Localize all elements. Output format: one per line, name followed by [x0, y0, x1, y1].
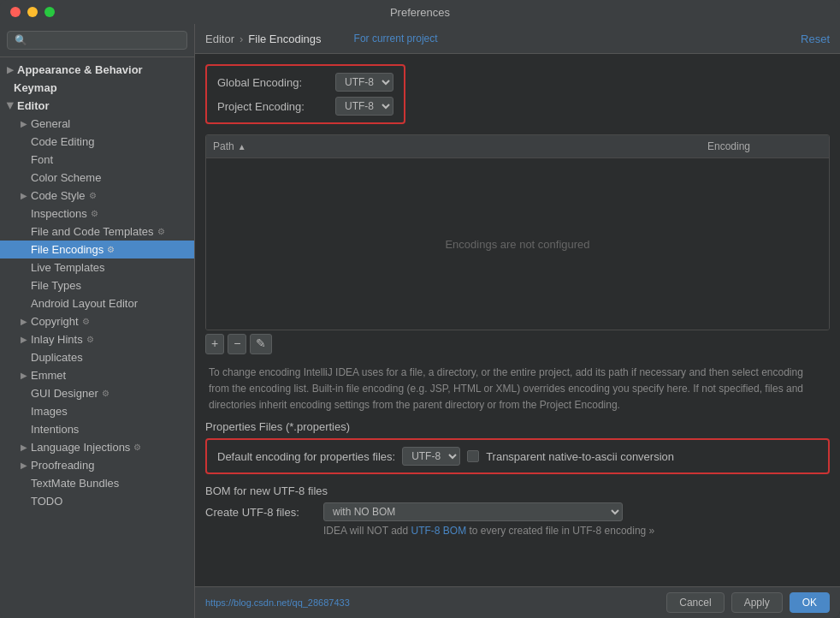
info-text: To change encoding IntelliJ IDEA uses fo… — [205, 365, 830, 414]
sidebar-item-inlay-hints[interactable]: ▶ Inlay Hints ⚙ — [0, 330, 194, 348]
settings-icon: ⚙ — [89, 191, 97, 200]
encodings-table: Path ▲ Encoding Encodings are not config… — [205, 134, 830, 330]
sidebar: ▶ Appearance & Behavior Keymap ▶ Editor … — [0, 24, 195, 618]
encoding-box: Global Encoding: UTF-8 Project Encoding:… — [205, 64, 405, 124]
sidebar-item-file-code-templates[interactable]: File and Code Templates ⚙ — [0, 223, 194, 241]
sidebar-item-copyright[interactable]: ▶ Copyright ⚙ — [0, 312, 194, 330]
sidebar-item-todo[interactable]: TODO — [0, 492, 194, 510]
sidebar-item-color-scheme[interactable]: Color Scheme — [0, 169, 194, 187]
sidebar-tree: ▶ Appearance & Behavior Keymap ▶ Editor … — [0, 57, 194, 618]
arrow-icon: ▶ — [21, 443, 27, 452]
encoding-column-header[interactable]: Encoding — [701, 139, 829, 154]
footer-url: https://blog.csdn.net/qq_28687433 — [205, 597, 350, 608]
minimize-button[interactable] — [27, 7, 38, 17]
tab-bar: For current project — [346, 31, 447, 46]
settings-icon: ⚙ — [82, 317, 90, 326]
sidebar-item-android-layout[interactable]: Android Layout Editor — [0, 294, 194, 312]
properties-title: Properties Files (*.properties) — [205, 420, 830, 433]
global-encoding-select[interactable]: UTF-8 — [335, 73, 393, 92]
arrow-icon: ▶ — [6, 103, 15, 110]
bom-row: Create UTF-8 files: with NO BOM — [205, 502, 830, 521]
project-encoding-select[interactable]: UTF-8 — [335, 97, 393, 116]
sidebar-item-file-types[interactable]: File Types — [0, 276, 194, 294]
arrow-icon: ▶ — [21, 317, 27, 326]
sidebar-item-intentions[interactable]: Intentions — [0, 420, 194, 438]
sidebar-item-gui-designer[interactable]: GUI Designer ⚙ — [0, 384, 194, 402]
sidebar-item-live-templates[interactable]: Live Templates — [0, 258, 194, 276]
sidebar-item-proofreading[interactable]: ▶ Proofreading — [0, 456, 194, 474]
arrow-icon: ▶ — [21, 371, 27, 380]
title-bar: Preferences — [0, 0, 840, 24]
sidebar-item-language-injections[interactable]: ▶ Language Injections ⚙ — [0, 438, 194, 456]
project-encoding-row: Project Encoding: UTF-8 — [217, 97, 393, 116]
apply-button[interactable]: Apply — [731, 592, 783, 613]
bom-select[interactable]: with NO BOM — [323, 502, 623, 521]
close-button[interactable] — [10, 7, 21, 17]
global-encoding-label: Global Encoding: — [217, 76, 328, 89]
settings-icon: ⚙ — [107, 245, 115, 254]
properties-encoding-select[interactable]: UTF-8 — [402, 447, 460, 466]
default-encoding-label: Default encoding for properties files: — [217, 450, 395, 463]
arrow-icon: ▶ — [7, 65, 14, 74]
main-content: ▶ Appearance & Behavior Keymap ▶ Editor … — [0, 24, 840, 618]
panel-footer: https://blog.csdn.net/qq_28687433 Cancel… — [195, 586, 840, 618]
create-utf8-label: Create UTF-8 files: — [205, 506, 316, 519]
bom-section: BOM for new UTF-8 files Create UTF-8 fil… — [205, 484, 830, 537]
sidebar-item-editor[interactable]: ▶ Editor — [0, 97, 194, 115]
ok-button[interactable]: OK — [790, 592, 830, 613]
edit-button[interactable]: ✎ — [250, 334, 272, 354]
properties-box: Default encoding for properties files: U… — [205, 438, 830, 474]
search-input[interactable] — [7, 31, 187, 50]
global-encoding-row: Global Encoding: UTF-8 — [217, 73, 393, 92]
native-to-ascii-checkbox[interactable] — [467, 450, 479, 462]
sidebar-item-images[interactable]: Images — [0, 402, 194, 420]
arrow-icon: ▶ — [21, 119, 27, 128]
bom-title: BOM for new UTF-8 files — [205, 484, 830, 497]
arrow-icon: ▶ — [21, 461, 27, 470]
arrow-icon: ▶ — [21, 335, 27, 344]
sidebar-item-code-editing[interactable]: Code Editing — [0, 133, 194, 151]
sidebar-item-emmet[interactable]: ▶ Emmet — [0, 366, 194, 384]
settings-icon: ⚙ — [157, 227, 165, 236]
preferences-window: Preferences ▶ Appearance & Behavior Keym… — [0, 0, 840, 618]
settings-icon: ⚙ — [133, 443, 141, 452]
sidebar-item-inspections[interactable]: Inspections ⚙ — [0, 205, 194, 223]
window-controls — [10, 7, 55, 17]
sidebar-item-duplicates[interactable]: Duplicates — [0, 348, 194, 366]
sidebar-item-general[interactable]: ▶ General — [0, 115, 194, 133]
search-box — [0, 24, 194, 57]
tab-current-project[interactable]: For current project — [346, 31, 447, 46]
table-header: Path ▲ Encoding — [206, 135, 829, 158]
cancel-button[interactable]: Cancel — [666, 592, 724, 613]
sidebar-item-file-encodings[interactable]: File Encodings ⚙ — [0, 241, 194, 258]
table-toolbar: + − ✎ — [205, 330, 830, 358]
path-column-header[interactable]: Path ▲ — [206, 139, 701, 154]
sidebar-item-font[interactable]: Font — [0, 151, 194, 169]
sidebar-item-appearance[interactable]: ▶ Appearance & Behavior — [0, 61, 194, 79]
panel-header: Editor › File Encodings For current proj… — [195, 24, 840, 54]
sidebar-item-code-style[interactable]: ▶ Code Style ⚙ — [0, 187, 194, 205]
main-panel: Editor › File Encodings For current proj… — [195, 24, 840, 618]
reset-button[interactable]: Reset — [801, 33, 830, 45]
sort-arrow-icon: ▲ — [238, 142, 246, 152]
sidebar-item-keymap[interactable]: Keymap — [0, 79, 194, 97]
sidebar-item-textmate[interactable]: TextMate Bundles — [0, 474, 194, 492]
remove-button[interactable]: − — [228, 334, 246, 354]
settings-icon: ⚙ — [86, 335, 94, 344]
window-title: Preferences — [390, 6, 450, 19]
properties-section: Properties Files (*.properties) Default … — [205, 420, 830, 474]
panel-content: Global Encoding: UTF-8 Project Encoding:… — [195, 54, 840, 586]
settings-icon: ⚙ — [91, 209, 98, 218]
native-to-ascii-label: Transparent native-to-ascii conversion — [486, 450, 674, 463]
maximize-button[interactable] — [44, 7, 55, 17]
project-encoding-label: Project Encoding: — [217, 100, 328, 113]
table-body: Encodings are not configured — [206, 158, 829, 330]
breadcrumb: Editor › File Encodings — [205, 33, 322, 45]
arrow-icon: ▶ — [21, 191, 27, 200]
settings-icon: ⚙ — [102, 389, 109, 398]
bom-info: IDEA will NOT add UTF-8 BOM to every cre… — [205, 525, 830, 537]
add-button[interactable]: + — [205, 334, 224, 354]
